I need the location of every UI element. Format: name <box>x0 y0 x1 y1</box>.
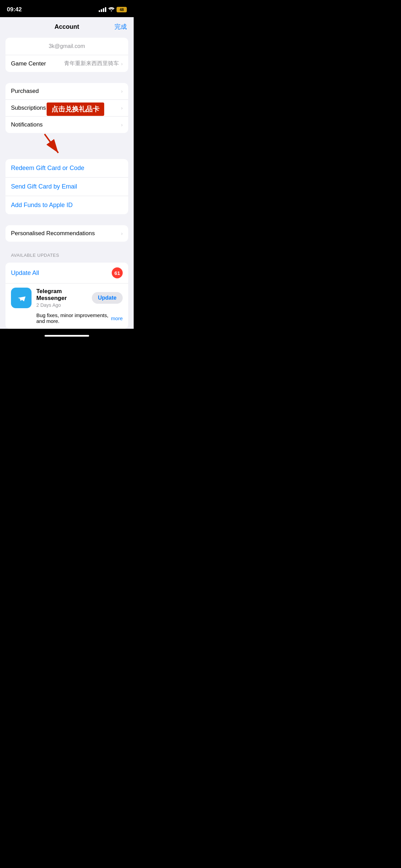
annotation-arrow <box>41 132 69 156</box>
email-display: 3k@gmail.com <box>49 43 85 49</box>
gap-3 <box>0 244 134 250</box>
update-all-row[interactable]: Update All 61 <box>5 263 128 283</box>
redeem-row[interactable]: Redeem Gift Card or Code <box>5 159 128 178</box>
telegram-app-row: Telegram Messenger 2 Days Ago Update <box>5 283 128 312</box>
done-button[interactable]: 完成 <box>110 23 127 31</box>
arrow-container <box>0 136 134 156</box>
updates-section: Update All 61 Telegram Messenger 2 Days … <box>5 263 128 329</box>
email-row: 3k@gmail.com <box>5 38 128 55</box>
page-title: Account <box>24 23 110 31</box>
game-center-label: Game Center <box>11 60 64 67</box>
more-link[interactable]: more <box>111 315 123 321</box>
redeem-label: Redeem Gift Card or Code <box>11 165 84 172</box>
gift-card-section: Redeem Gift Card or Code Send Gift Card … <box>5 159 128 214</box>
section-header-updates: AVAILABLE UPDATES <box>0 250 134 260</box>
purchased-label: Purchased <box>11 88 121 95</box>
update-badge-count: 61 <box>112 267 123 278</box>
status-time: 09:42 <box>7 6 22 13</box>
menu-section: Purchased › Subscriptions 点击兑换礼品卡 › Noti… <box>5 83 128 133</box>
battery-icon: 48 <box>117 7 127 12</box>
purchased-row[interactable]: Purchased › <box>5 83 128 100</box>
account-section: 3k@gmail.com Game Center 青年重新来西西里骑车 › <box>5 38 128 72</box>
app-description: Bug fixes, minor improvements, and more. <box>36 312 110 324</box>
wifi-icon <box>108 7 114 13</box>
main-screen: Account 完成 3k@gmail.com Game Center 青年重新… <box>0 17 134 329</box>
nav-bar: Account 完成 <box>0 17 134 35</box>
svg-line-1 <box>45 134 58 153</box>
notifications-label: Notifications <box>11 121 121 128</box>
chevron-right-icon: › <box>121 105 123 111</box>
signal-bars-icon <box>99 7 106 12</box>
personalised-label: Personalised Recommendations <box>11 230 121 237</box>
personalised-section: Personalised Recommendations › <box>5 225 128 242</box>
home-bar <box>45 335 89 337</box>
send-gift-card-label: Send Gift Card by Email <box>11 183 77 190</box>
game-center-row[interactable]: Game Center 青年重新来西西里骑车 › <box>5 55 128 72</box>
chevron-right-icon: › <box>121 61 123 67</box>
update-all-label: Update All <box>11 269 39 277</box>
home-indicator <box>0 331 134 341</box>
game-center-value: 青年重新来西西里骑车 <box>64 60 119 67</box>
status-bar: 09:42 48 <box>0 0 134 17</box>
app-info: Telegram Messenger 2 Days Ago <box>36 288 87 308</box>
chevron-right-icon: › <box>121 88 123 94</box>
gap-2 <box>0 217 134 222</box>
send-gift-card-row[interactable]: Send Gift Card by Email <box>5 178 128 196</box>
app-description-row: Bug fixes, minor improvements, and more.… <box>5 312 128 329</box>
annotation-badge: 点击兑换礼品卡 <box>47 103 104 116</box>
subscriptions-row[interactable]: Subscriptions 点击兑换礼品卡 › <box>5 100 128 117</box>
gap-1 <box>0 75 134 80</box>
chevron-right-icon: › <box>121 122 123 128</box>
update-button[interactable]: Update <box>92 292 123 304</box>
notifications-row[interactable]: Notifications › <box>5 117 128 133</box>
app-date: 2 Days Ago <box>36 302 87 308</box>
add-funds-row[interactable]: Add Funds to Apple ID <box>5 196 128 214</box>
telegram-app-icon <box>11 288 32 308</box>
app-name: Telegram Messenger <box>36 288 87 302</box>
personalised-row[interactable]: Personalised Recommendations › <box>5 225 128 242</box>
add-funds-label: Add Funds to Apple ID <box>11 202 73 209</box>
status-icons: 48 <box>99 7 127 13</box>
chevron-right-icon: › <box>121 231 123 236</box>
